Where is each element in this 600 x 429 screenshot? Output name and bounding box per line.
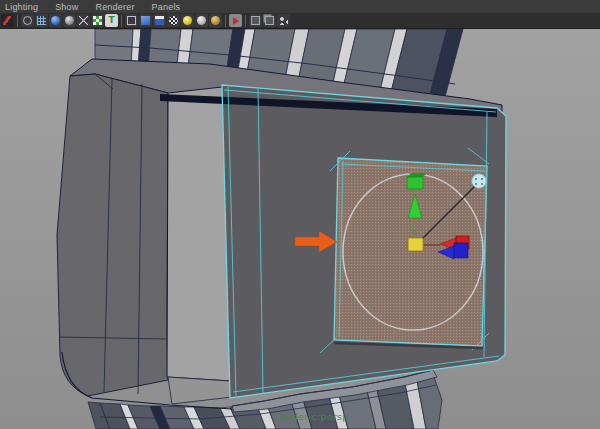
ambient-light-icon[interactable] [209,14,222,27]
bounding-box-icon[interactable] [125,14,138,27]
textured-cube-icon[interactable] [153,14,166,27]
center-handle[interactable] [408,238,423,251]
menu-lighting[interactable]: Lighting [5,2,38,12]
panel-menu-bar: Lighting Show Renderer Panels [0,0,600,13]
hypergraph-icon[interactable] [277,14,290,27]
default-material-icon[interactable] [77,14,90,27]
all-lights-icon[interactable] [181,14,194,27]
case-opening [167,97,231,381]
viewport-canvas: frederic:persp [0,29,600,429]
toolbar-icons [1,14,290,27]
maya-viewport-panel: Lighting Show Renderer Panels [0,0,600,429]
menu-panels[interactable]: Panels [152,2,181,12]
isolate-select-icon[interactable] [229,14,242,27]
grid-display-icon[interactable] [35,14,48,27]
menu-show[interactable]: Show [55,2,78,12]
textured-display-icon[interactable] [63,14,76,27]
toolbar-separator [245,15,246,27]
shaded-display-icon[interactable] [49,14,62,27]
camera-name-label: frederic:persp [278,411,349,422]
frame-object-icon[interactable] [263,14,276,27]
y-scale-box[interactable] [407,177,423,189]
texture-editor-icon[interactable] [105,14,118,27]
camera-select-icon[interactable] [1,14,14,27]
toolbar-separator [17,15,18,27]
case-left-pillar [57,74,168,396]
scene-object-icon[interactable] [249,14,262,27]
dither-icon[interactable] [167,14,180,27]
z-scale-box[interactable] [454,243,468,258]
default-light-icon[interactable] [195,14,208,27]
viewport-3d[interactable]: frederic:persp [0,29,600,429]
toolbar-separator [121,15,122,27]
shaded-cube-icon[interactable] [139,14,152,27]
checker-texture-icon[interactable] [91,14,104,27]
menu-renderer[interactable]: Renderer [95,2,134,12]
orientation-toggle-icon[interactable] [472,174,486,188]
wireframe-display-icon[interactable] [21,14,34,27]
panel-toolbar [0,13,600,29]
toolbar-separator [225,15,226,27]
